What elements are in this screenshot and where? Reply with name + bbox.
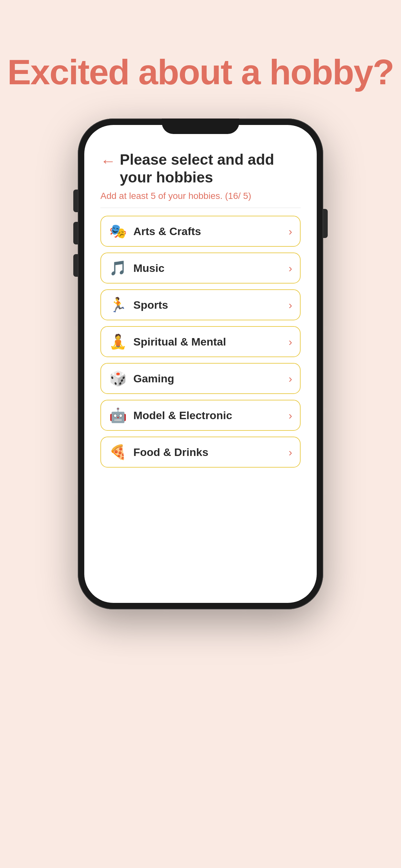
back-arrow[interactable]: ← — [100, 152, 116, 170]
chevron-icon-gaming: › — [289, 372, 292, 385]
chevron-icon-model-electronic: › — [289, 409, 292, 422]
hobby-item-arts-crafts[interactable]: 🎭Arts & Crafts› — [100, 216, 301, 247]
divider — [100, 208, 301, 208]
hobby-emoji-arts-crafts: 🎭 — [109, 223, 127, 240]
page-title: Please select and add your hobbies — [120, 151, 301, 186]
hobby-label-food-drinks: Food & Drinks — [133, 446, 289, 459]
hobby-emoji-spiritual-mental: 🧘 — [109, 333, 127, 350]
hobby-item-sports[interactable]: 🏃Sports› — [100, 289, 301, 320]
hobby-emoji-model-electronic: 🤖 — [109, 407, 127, 424]
hobby-item-music[interactable]: 🎵Music› — [100, 252, 301, 283]
chevron-icon-spiritual-mental: › — [289, 336, 292, 348]
hobby-label-sports: Sports — [133, 299, 289, 311]
hobby-label-gaming: Gaming — [133, 372, 289, 385]
chevron-icon-music: › — [289, 262, 292, 275]
hobby-item-gaming[interactable]: 🎲Gaming› — [100, 363, 301, 394]
hobby-item-model-electronic[interactable]: 🤖Model & Electronic› — [100, 400, 301, 431]
hobby-emoji-sports: 🏃 — [109, 297, 127, 313]
hero-title: Excited about a hobby? — [7, 52, 394, 93]
hobby-label-arts-crafts: Arts & Crafts — [133, 225, 289, 238]
hobby-label-music: Music — [133, 262, 289, 275]
hobby-label-spiritual-mental: Spiritual & Mental — [133, 336, 289, 348]
subtitle: Add at least 5 of your hobbies. (16/ 5) — [100, 191, 301, 201]
phone-wrapper: ← Please select and add your hobbies Add… — [78, 119, 323, 609]
hobby-emoji-music: 🎵 — [109, 259, 127, 276]
hobby-list: 🎭Arts & Crafts›🎵Music›🏃Sports›🧘Spiritual… — [100, 216, 301, 590]
hobby-emoji-gaming: 🎲 — [109, 370, 127, 387]
chevron-icon-arts-crafts: › — [289, 225, 292, 238]
hobby-item-spiritual-mental[interactable]: 🧘Spiritual & Mental› — [100, 326, 301, 357]
hobby-label-model-electronic: Model & Electronic — [133, 409, 289, 422]
chevron-icon-sports: › — [289, 299, 292, 311]
phone-screen: ← Please select and add your hobbies Add… — [84, 125, 317, 603]
notch — [162, 119, 239, 134]
hobby-emoji-food-drinks: 🍕 — [109, 444, 127, 461]
chevron-icon-food-drinks: › — [289, 446, 292, 459]
hobby-item-food-drinks[interactable]: 🍕Food & Drinks› — [100, 437, 301, 468]
